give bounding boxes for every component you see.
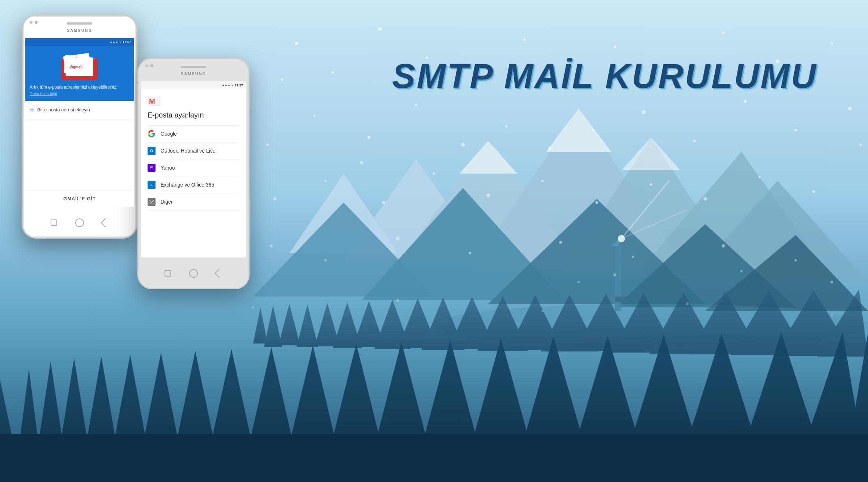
nav-back-left[interactable] <box>101 218 110 227</box>
phone-right-body: SAMSUNG ▲▲▲ ⚲ 17:57 M <box>137 58 250 289</box>
header-link[interactable]: Daha fazla bilgi <box>30 91 129 96</box>
option-exchange[interactable]: E Exchange ve Office 365 <box>148 176 239 193</box>
phone-speaker <box>67 22 92 25</box>
svg-point-85 <box>592 129 594 131</box>
svg-point-99 <box>758 176 761 178</box>
right-phone-screen: ▲▲▲ ⚲ 17:57 M E-posta ayarlayın <box>141 81 246 257</box>
add-email-row[interactable]: + Bir e-posta adresi ekleyin <box>25 101 134 119</box>
camera-dot-left <box>30 21 33 24</box>
svg-rect-21 <box>615 297 628 302</box>
svg-point-94 <box>486 193 490 197</box>
svg-point-96 <box>595 201 598 204</box>
camera-dot-right-r <box>150 64 153 67</box>
svg-text:@gmail: @gmail <box>69 65 82 69</box>
svg-point-69 <box>378 27 382 31</box>
svg-point-101 <box>270 244 273 247</box>
gmail-logo: M <box>148 96 239 107</box>
option-exchange-label: Exchange ve Office 365 <box>161 182 214 188</box>
svg-point-115 <box>740 270 743 272</box>
outlook-icon-label: O <box>150 149 153 153</box>
header-main-text: Artık tüm e-posta adreslerinizi ekleyebi… <box>30 84 129 90</box>
add-email-text: Bir e-posta adresi ekleyin <box>37 107 90 112</box>
svg-point-108 <box>795 259 797 261</box>
svg-point-100 <box>812 190 815 193</box>
wifi-icon: ⚲ <box>119 40 122 44</box>
phone-right: SAMSUNG ▲▲▲ ⚲ 17:57 M <box>137 58 250 289</box>
phone-left: SAMSUNG ▲▲▲ ⚲ 17:57 <box>22 14 137 239</box>
svg-point-102 <box>324 259 327 261</box>
envelope-illustration: @outlook @yahoo @gmail <box>30 50 129 84</box>
phone-brand-left: SAMSUNG <box>67 28 92 33</box>
svg-point-79 <box>314 115 316 117</box>
google-icon <box>148 130 156 138</box>
right-screen-content: M E-posta ayarlayın Google <box>141 89 246 214</box>
svg-point-98 <box>703 197 707 201</box>
left-phone-screen: ▲▲▲ ⚲ 17:57 @outlook <box>25 38 134 207</box>
option-other-label: Diğer <box>161 199 173 205</box>
svg-point-91 <box>324 180 327 182</box>
svg-point-78 <box>831 42 833 44</box>
nav-square-left[interactable] <box>51 219 57 226</box>
svg-point-109 <box>267 144 269 146</box>
option-other[interactable]: Diğer <box>148 193 239 210</box>
left-header: @outlook @yahoo @gmail Artık tüm e-posta… <box>25 46 134 101</box>
svg-point-80 <box>367 136 370 139</box>
time-right: 17:57 <box>235 84 243 87</box>
svg-point-119 <box>252 306 254 308</box>
svg-point-106 <box>632 256 634 258</box>
svg-point-95 <box>541 180 544 182</box>
nav-square-right[interactable] <box>165 270 171 277</box>
svg-point-76 <box>722 31 724 34</box>
page-title: SMTP MAİL KURULUMU <box>392 56 817 96</box>
exchange-icon-label: E <box>150 183 152 187</box>
svg-point-68 <box>332 71 334 73</box>
svg-point-20 <box>618 235 625 242</box>
svg-point-97 <box>650 183 652 185</box>
svg-point-122 <box>686 302 689 305</box>
svg-point-123 <box>831 313 833 316</box>
status-bar-left: ▲▲▲ ⚲ 17:57 <box>25 38 134 46</box>
nav-back-right[interactable] <box>214 269 224 278</box>
wifi-icon-r: ⚲ <box>231 84 234 87</box>
exchange-icon: E <box>148 181 156 189</box>
option-google[interactable]: Google <box>148 125 239 142</box>
camera-dot-right <box>35 21 38 24</box>
svg-rect-66 <box>0 434 868 482</box>
option-outlook[interactable]: O Outlook, Hotmail ve Live <box>148 142 239 159</box>
nav-home-right[interactable] <box>189 269 198 278</box>
option-yahoo[interactable]: Y! Yahoo <box>148 159 239 176</box>
other-icon <box>148 198 156 206</box>
svg-point-74 <box>614 46 616 48</box>
goto-gmail-btn[interactable]: GMAİL'E GİT <box>25 190 134 207</box>
nav-home-left[interactable] <box>75 218 84 227</box>
svg-point-104 <box>469 252 471 254</box>
svg-point-117 <box>860 144 862 146</box>
svg-point-86 <box>642 110 646 114</box>
svg-point-121 <box>541 310 544 312</box>
svg-text:M: M <box>149 97 155 105</box>
option-yahoo-label: Yahoo <box>161 165 175 171</box>
gmail-m-svg: M <box>148 96 161 106</box>
svg-point-92 <box>382 201 385 204</box>
svg-point-116 <box>830 281 833 283</box>
outlook-icon: O <box>148 147 156 155</box>
svg-point-114 <box>613 273 616 276</box>
bottom-nav-right <box>137 263 250 284</box>
svg-point-82 <box>461 143 465 146</box>
phone-speaker-right <box>181 66 206 68</box>
svg-point-88 <box>744 100 746 103</box>
time-left: 17:57 <box>123 40 131 44</box>
svg-point-110 <box>273 197 276 200</box>
svg-point-93 <box>433 172 435 175</box>
svg-point-107 <box>722 244 725 248</box>
status-bar-right: ▲▲▲ ⚲ 17:57 <box>141 81 246 89</box>
envelope-other-icon <box>149 200 154 204</box>
yahoo-icon: Y! <box>148 164 156 172</box>
svg-point-103 <box>396 237 400 240</box>
option-google-label: Google <box>161 131 177 137</box>
setup-title: E-posta ayarlayın <box>148 111 239 119</box>
signal-icon: ▲▲▲ <box>110 40 118 44</box>
envelope-svg: @outlook @yahoo @gmail <box>54 51 105 80</box>
option-outlook-label: Outlook, Hotmail ve Live <box>161 148 216 154</box>
svg-point-84 <box>548 147 551 150</box>
